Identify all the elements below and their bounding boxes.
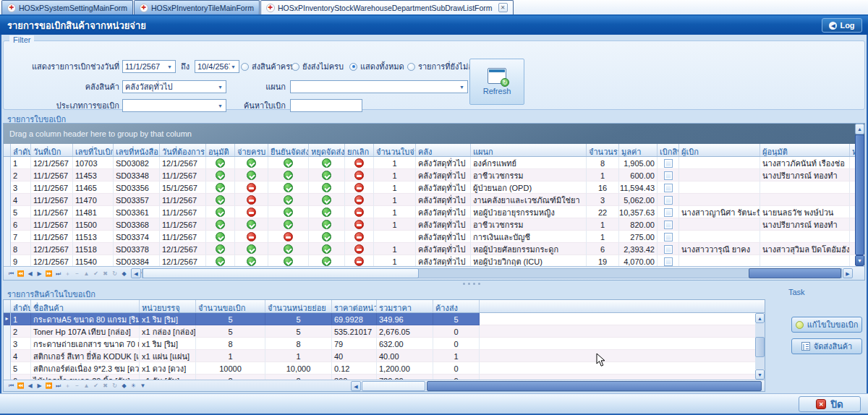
pick-checkbox[interactable] — [664, 233, 673, 241]
column-header[interactable]: ค้างส่ง — [433, 300, 480, 312]
scroll-left-icon[interactable]: ◀ — [131, 268, 141, 278]
nav-refresh-icon[interactable]: ↻ — [110, 380, 119, 392]
requisition-row[interactable]: 611/1/256711500SD0336811/1/25671คลังวัสด… — [4, 218, 864, 231]
req-type-combo[interactable]: ▼ — [122, 99, 226, 112]
pick-checkbox[interactable] — [664, 196, 673, 205]
column-header[interactable]: เลขที่ใบเบิก — [73, 144, 114, 156]
column-header[interactable]: จำนวนขอเบิก — [196, 300, 265, 312]
cell-picked[interactable] — [658, 231, 679, 243]
nav-bookmark-icon[interactable]: ◆ — [119, 268, 129, 280]
cell-picked[interactable] — [658, 181, 679, 194]
scroll-right-icon[interactable]: ▶ — [843, 268, 853, 278]
vscroll-thumb[interactable] — [855, 134, 864, 255]
item-row[interactable]: 3กระดาษถ่ายเอกสาร ขนาด 70 แกรม [ริม]x1 ร… — [4, 338, 765, 350]
nav-prev-icon[interactable]: ◀ — [25, 380, 35, 392]
scroll-down-icon[interactable]: ▼ — [755, 369, 765, 380]
tab-close-icon[interactable]: ✕ — [498, 3, 508, 12]
radio-2[interactable]: ยังส่งไม่ครบ — [292, 60, 344, 73]
nav-cancel-icon[interactable]: ✖ — [101, 380, 110, 392]
date-from-combo[interactable]: 11/1/2567 ▼ — [122, 60, 176, 73]
deliver-goods-button[interactable]: จัดส่งสินค้า — [791, 338, 862, 354]
column-header[interactable]: มูลค่า — [619, 144, 658, 156]
column-header[interactable]: คลัง — [416, 144, 471, 156]
department-combo[interactable]: ▼ — [290, 80, 468, 93]
column-header[interactable]: จำนวนหน่วยย่อย — [265, 300, 332, 312]
nav-next-page-icon[interactable]: ⏩ — [44, 380, 54, 392]
pick-checkbox[interactable] — [664, 159, 673, 168]
warehouse-combo[interactable]: คลังวัสดุทั่วไป ▼ — [122, 80, 226, 93]
items-vscrollbar[interactable]: ▲ ▼ — [755, 313, 765, 380]
requisition-row[interactable]: 711/1/256711513SD0337411/1/2567คลังวัสดุ… — [4, 231, 864, 243]
pick-checkbox[interactable] — [664, 221, 673, 229]
pick-checkbox[interactable] — [664, 257, 673, 266]
requisition-row[interactable]: 311/1/256711465SD0335615/1/25671คลังวัสด… — [4, 181, 864, 194]
column-header[interactable]: เลขที่หนังสือ — [114, 144, 160, 156]
column-header[interactable]: ผู้เบิก — [679, 144, 760, 156]
cell-picked[interactable] — [658, 157, 679, 169]
nav-next-icon[interactable]: ▶ — [35, 268, 44, 280]
pick-checkbox[interactable] — [664, 245, 673, 254]
scroll-up-icon[interactable]: ▲ — [855, 124, 864, 134]
column-header[interactable]: ยืนยันจัดส่ง — [268, 144, 309, 156]
nav-prev-icon[interactable]: ◀ — [25, 268, 35, 280]
nav-edit-icon[interactable]: ▲ — [82, 380, 91, 392]
pick-checkbox[interactable] — [664, 184, 673, 192]
radio-1[interactable]: ส่งสินค้าครบ — [241, 60, 295, 73]
tab-inactive[interactable]: ✚HOSxPSystemSettingMainForm — [1, 0, 133, 14]
nav-prev-page-icon[interactable]: ⏪ — [16, 268, 25, 280]
nav-filter-icon[interactable]: ▼ — [138, 380, 148, 392]
column-header[interactable]: อนุมัติ — [206, 144, 235, 156]
nav-insert-icon[interactable]: ＋ — [63, 268, 72, 280]
requisition-row[interactable]: 411/1/256711470SD0335711/1/25671คลังวัสด… — [4, 194, 864, 206]
scroll-down-icon[interactable]: ▼ — [855, 255, 864, 266]
nav-delete-icon[interactable]: − — [72, 380, 82, 392]
requisition-row[interactable]: 511/1/256711481SD0336111/1/25671คลังวัสด… — [4, 206, 864, 218]
nav-last-icon[interactable]: ⏭ — [54, 380, 63, 392]
nav-next-icon[interactable]: ▶ — [35, 380, 44, 392]
nav-next-page-icon[interactable]: ⏩ — [44, 268, 54, 280]
nav-first-icon[interactable]: ⏮ — [7, 268, 16, 280]
nav-refresh-icon[interactable]: ↻ — [110, 268, 119, 280]
column-header[interactable]: เบิกสินค้า — [658, 144, 679, 156]
tab-inactive[interactable]: ✚HOSxPInventoryTileMainForm — [134, 0, 260, 14]
column-header[interactable]: ลำดับ — [11, 144, 31, 156]
nav-last-icon[interactable]: ⏭ — [54, 268, 63, 280]
nav-cancel-icon[interactable]: ✖ — [101, 268, 110, 280]
item-row[interactable]: 5สติกเกอร์ต่อเนื่อง 9*2.3 ซม [ดวง]x1 ดวง… — [4, 362, 765, 375]
log-button[interactable]: ◀ Log — [822, 18, 862, 33]
nav-delete-icon[interactable]: − — [72, 268, 82, 280]
nav-bookmark-icon[interactable]: ◆ — [119, 380, 129, 392]
nav-edit-icon[interactable]: ▲ — [82, 268, 91, 280]
column-header[interactable]: ราคาต่อหน่วย — [332, 300, 377, 312]
cell-picked[interactable] — [658, 169, 679, 181]
scroll-up-icon[interactable]: ▲ — [755, 313, 765, 323]
requisition-row[interactable]: 112/1/256710703SD0308212/1/25671คลังวัสด… — [4, 157, 864, 169]
nav-prev-page-icon[interactable]: ⏪ — [16, 380, 25, 392]
splitter-handle[interactable] — [463, 283, 492, 286]
tab-active[interactable]: ✚HOSxPInventoryStockWarehouseDepartmentS… — [260, 0, 514, 14]
requisition-row[interactable]: 211/1/256711453SD0334811/1/25671คลังวัสด… — [4, 169, 864, 181]
refresh-button[interactable]: ↻ Refresh — [469, 59, 524, 105]
column-header[interactable]: จำนวนราย — [587, 144, 619, 156]
cell-picked[interactable] — [658, 243, 679, 255]
column-header[interactable]: วันที่ต้องการ — [160, 144, 206, 156]
search-input[interactable] — [290, 99, 362, 112]
nav-goto-bookmark-icon[interactable]: ✳ — [129, 380, 138, 392]
column-header[interactable]: หยุดจัดส่ง — [309, 144, 345, 156]
column-header[interactable]: จำนวนใบจ่าย — [374, 144, 416, 156]
cell-picked[interactable] — [658, 218, 679, 231]
hscroll-segment[interactable] — [749, 268, 841, 278]
column-header[interactable]: รวมราคา — [377, 300, 433, 312]
group-by-band[interactable]: Drag a column header here to group by th… — [4, 124, 864, 144]
column-header[interactable]: ยกเลิก — [345, 144, 374, 156]
nav-first-icon[interactable]: ⏮ — [7, 380, 16, 392]
close-form-button[interactable]: ✕ ปิด — [799, 396, 861, 412]
cell-picked[interactable] — [658, 194, 679, 206]
hscroll-thumb[interactable] — [362, 381, 425, 391]
nav-insert-icon[interactable]: ＋ — [63, 380, 72, 392]
vscroll-thumb[interactable] — [755, 337, 765, 357]
item-row[interactable]: 2Toner Hp 107A เทียบ [กล่อง]x1 กล่อง [กล… — [4, 325, 765, 338]
pick-checkbox[interactable] — [664, 171, 673, 180]
edit-requisition-button[interactable]: แก้ไขใบขอเบิก — [791, 317, 862, 333]
nav-post-icon[interactable]: ✔ — [91, 380, 101, 392]
